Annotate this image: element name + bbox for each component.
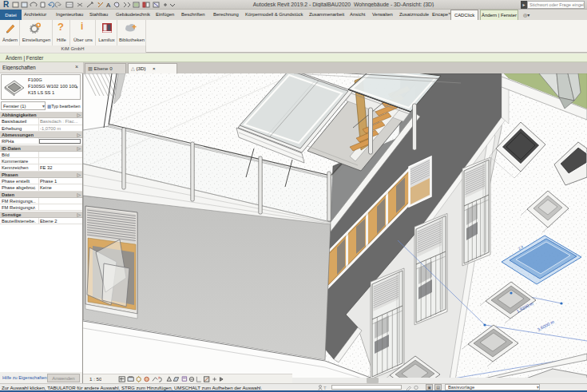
svg-text:A: A	[106, 2, 111, 9]
